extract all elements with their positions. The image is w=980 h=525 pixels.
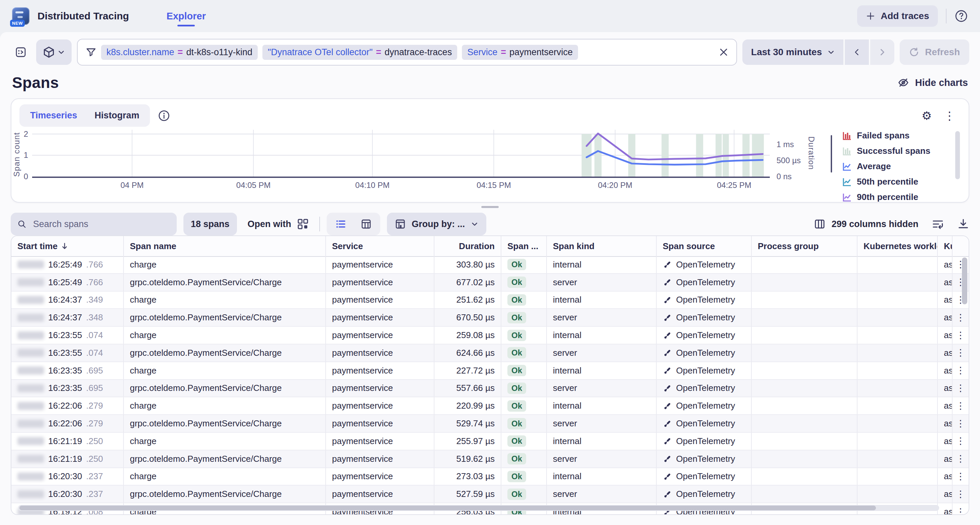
legend-item[interactable]: 50th percentile <box>843 176 931 187</box>
col-header-span-kind[interactable]: Span kind <box>547 236 657 256</box>
horizontal-scrollbar[interactable] <box>18 505 939 511</box>
cube-icon <box>43 46 55 58</box>
info-icon[interactable] <box>158 110 170 122</box>
cell-span-source: OpenTelemetry <box>657 450 752 468</box>
legend-item[interactable]: 90th percentile <box>843 192 931 202</box>
clear-filters-button[interactable] <box>719 48 728 57</box>
col-header-kubernetes-workload[interactable]: Kubernetes workload <box>858 236 938 256</box>
list-view-button[interactable] <box>329 215 353 233</box>
download-icon[interactable] <box>957 218 969 230</box>
columns-hidden-button[interactable]: 299 columns hidden <box>814 218 918 230</box>
filter-chip[interactable]: "Dynatrace OTel collector"=dynatrace-tra… <box>262 45 457 60</box>
tab-histogram[interactable]: Histogram <box>86 106 148 125</box>
legend-item[interactable]: Successful spans <box>843 146 931 156</box>
col-header-start-time[interactable]: Start time <box>11 236 124 256</box>
table-row[interactable]: 16:23:55.074 grpc.oteldemo.PaymentServic… <box>11 344 969 362</box>
cell-span-name: charge <box>124 397 326 414</box>
cell-process-group <box>752 433 858 450</box>
col-header-truncated[interactable]: Ku <box>938 236 953 256</box>
col-header-span-name[interactable]: Span name <box>124 236 326 256</box>
table-row[interactable]: 16:25:49.766 grpc.oteldemo.PaymentServic… <box>11 274 969 292</box>
status-badge: Ok <box>508 489 526 500</box>
row-menu-icon[interactable]: ⋮ <box>956 436 965 446</box>
table-row[interactable]: 16:22:06.279 grpc.oteldemo.PaymentServic… <box>11 415 969 433</box>
query-editor-toggle-button[interactable] <box>11 42 31 62</box>
eye-off-icon <box>898 77 909 88</box>
cell-span-kind: internal <box>547 397 657 414</box>
status-badge: Ok <box>508 347 526 358</box>
cell-span-name: charge <box>124 256 326 273</box>
row-menu-icon[interactable]: ⋮ <box>956 507 965 514</box>
cell-start-time: 16:22:06.279 <box>11 397 124 414</box>
table-row[interactable]: 16:20:30.237 charge paymentservice 273.0… <box>11 468 969 486</box>
cell-span-name: charge <box>124 433 326 450</box>
time-range-selector[interactable]: Last 30 minutes <box>742 40 843 65</box>
cell-duration: 519.62 µs <box>434 450 501 468</box>
time-range-forward-button[interactable] <box>870 40 894 65</box>
table-row[interactable]: 16:23:55.074 charge paymentservice 259.0… <box>11 327 969 344</box>
cell-row-menu: ⋮ <box>953 397 969 414</box>
col-header-span-source[interactable]: Span source <box>657 236 752 256</box>
table-row[interactable]: 16:24:37.348 grpc.oteldemo.PaymentServic… <box>11 309 969 327</box>
table-row[interactable]: 16:21:19.250 grpc.oteldemo.PaymentServic… <box>11 450 969 468</box>
time-range-back-button[interactable] <box>845 40 869 65</box>
chart-resize-handle[interactable] <box>481 206 499 208</box>
filter-chip[interactable]: Service=paymentservice <box>462 45 578 60</box>
legend-bar-icon <box>843 147 851 155</box>
cell-kubernetes-workload <box>858 327 938 344</box>
legend-item[interactable]: Failed spans <box>843 130 931 141</box>
row-menu-icon[interactable]: ⋮ <box>956 366 965 375</box>
cell-process-group <box>752 292 858 309</box>
row-menu-icon[interactable]: ⋮ <box>956 331 965 340</box>
page-title: Spans <box>12 74 59 92</box>
chart-plot-area[interactable] <box>32 130 770 178</box>
filter-input[interactable]: k8s.cluster.name=dt-k8s-o11y-kind"Dynatr… <box>77 39 737 65</box>
row-menu-icon[interactable]: ⋮ <box>956 419 965 428</box>
row-menu-icon[interactable]: ⋮ <box>956 472 965 481</box>
entity-type-selector[interactable] <box>36 40 72 65</box>
help-icon[interactable] <box>955 10 968 23</box>
vertical-scrollbar-thumb[interactable] <box>962 257 967 304</box>
col-header-span-status[interactable]: Span ... <box>501 236 547 256</box>
row-menu-icon[interactable]: ⋮ <box>956 490 965 499</box>
table-row[interactable]: 16:24:37.349 charge paymentservice 251.6… <box>11 292 969 309</box>
table-row[interactable]: 16:23:35.695 grpc.oteldemo.PaymentServic… <box>11 380 969 398</box>
col-header-process-group[interactable]: Process group <box>752 236 858 256</box>
group-by-button[interactable]: Group by: ... <box>387 213 486 235</box>
col-header-service[interactable]: Service <box>326 236 434 256</box>
open-with-button[interactable]: Open with <box>243 218 313 230</box>
table-view-button[interactable] <box>354 215 378 233</box>
hide-charts-button[interactable]: Hide charts <box>898 77 968 88</box>
table-row[interactable]: 16:23:35.695 charge paymentservice 227.7… <box>11 362 969 380</box>
col-header-duration[interactable]: Duration <box>434 236 501 256</box>
status-badge: Ok <box>508 418 526 429</box>
chart-more-menu-icon[interactable]: ⋮ <box>944 110 955 121</box>
row-menu-icon[interactable]: ⋮ <box>956 401 965 411</box>
tab-timeseries[interactable]: Timeseries <box>21 106 86 125</box>
cell-span-source: OpenTelemetry <box>657 327 752 344</box>
search-spans-input[interactable] <box>32 218 170 230</box>
table-row[interactable]: 16:20:30.237 grpc.oteldemo.PaymentServic… <box>11 485 969 503</box>
chart-settings-gear-icon[interactable]: ⚙ <box>922 110 932 121</box>
table-row[interactable]: 16:21:19.250 charge paymentservice 255.9… <box>11 433 969 450</box>
table-row[interactable]: 16:22:06.279 charge paymentservice 220.9… <box>11 397 969 415</box>
legend-scrollbar[interactable] <box>955 131 960 179</box>
format-wrap-icon[interactable] <box>932 218 944 230</box>
row-menu-icon[interactable]: ⋮ <box>956 454 965 463</box>
row-menu-icon[interactable]: ⋮ <box>956 313 965 322</box>
refresh-button[interactable]: Refresh <box>900 40 969 65</box>
opentelemetry-icon <box>663 278 672 287</box>
status-badge: Ok <box>508 400 526 412</box>
horizontal-scrollbar-thumb[interactable] <box>19 506 876 510</box>
legend-item[interactable]: Average <box>843 161 931 171</box>
filter-chip[interactable]: k8s.cluster.name=dt-k8s-o11y-kind <box>101 45 258 60</box>
search-spans-box[interactable] <box>11 213 177 235</box>
row-menu-icon[interactable]: ⋮ <box>956 348 965 357</box>
cell-truncated: as <box>938 397 953 414</box>
tab-explorer[interactable]: Explorer <box>165 2 207 30</box>
cell-span-source: OpenTelemetry <box>657 468 752 485</box>
opentelemetry-icon <box>663 331 672 340</box>
add-traces-button[interactable]: Add traces <box>857 5 938 27</box>
row-menu-icon[interactable]: ⋮ <box>956 384 965 393</box>
table-row[interactable]: 16:25:49.766 charge paymentservice 303.8… <box>11 256 969 274</box>
